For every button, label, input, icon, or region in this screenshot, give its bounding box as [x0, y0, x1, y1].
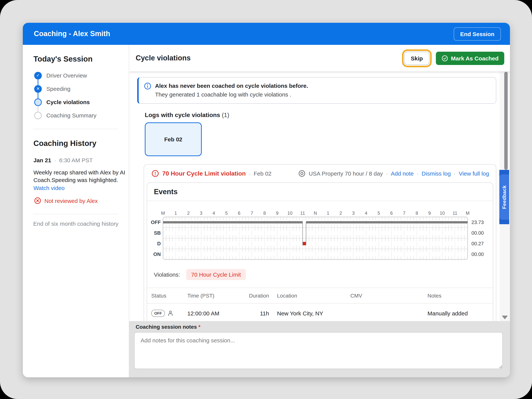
- violation-actions: USA Property 70 hour / 8 day ·Add note·D…: [298, 170, 489, 177]
- main-header: Cycle violations Skip Mark As Coached: [129, 45, 510, 71]
- svg-text:11: 11: [300, 210, 305, 216]
- sidebar-step-coaching-summary[interactable]: Coaching Summary: [23, 109, 129, 122]
- divider: [33, 214, 118, 214]
- ruleset-target-icon: [298, 170, 306, 177]
- person-icon: [167, 310, 174, 317]
- notes-label: Coaching session notes*: [136, 324, 510, 330]
- svg-text:3: 3: [352, 210, 355, 216]
- svg-text:5: 5: [225, 210, 228, 216]
- sidebar-step-cycle-violations[interactable]: Cycle violations: [23, 95, 129, 109]
- scrollbar-thumb[interactable]: [504, 72, 508, 170]
- violation-card: 70 Hour Cycle Limit violation · Feb 02 U…: [144, 164, 496, 321]
- alert-icon: [152, 170, 159, 177]
- svg-text:3: 3: [200, 210, 202, 216]
- step-failed-icon: ✕: [34, 85, 42, 93]
- not-reviewed-text: Not reviewed by Alex: [44, 197, 98, 204]
- content-scroll-area: Alex has never been coached on cycle vio…: [129, 71, 500, 321]
- svg-text:1: 1: [174, 210, 177, 216]
- logs-heading-text: Logs with cycle violations: [145, 112, 220, 118]
- banner-line1: Alex has never been coached on cycle vio…: [155, 81, 308, 90]
- step-label: Speeding: [46, 86, 70, 92]
- column-header-time-pst-: Time (PST): [187, 293, 242, 299]
- sidebar-step-speeding[interactable]: ✕Speeding: [23, 82, 129, 95]
- violation-date: Feb 02: [254, 170, 271, 177]
- info-icon: [144, 82, 151, 90]
- svg-text:9: 9: [276, 210, 279, 216]
- notes-label-text: Coaching session notes: [136, 324, 197, 330]
- step-connector: [38, 93, 38, 98]
- sidebar: Today's Session ✓Driver Overview✕Speedin…: [23, 45, 129, 377]
- app-header: Coaching - Alex Smith End Session: [23, 23, 510, 45]
- separator-dot: ·: [454, 170, 456, 177]
- step-label: Cycle violations: [46, 99, 90, 105]
- column-header-location: Location: [269, 293, 350, 299]
- screenshot-stage: Coaching - Alex Smith End Session Today'…: [0, 0, 532, 399]
- events-title: Events: [147, 183, 493, 201]
- svg-text:00.00: 00.00: [471, 251, 484, 257]
- svg-text:ON: ON: [153, 251, 161, 257]
- check-circle-icon: [441, 55, 448, 61]
- separator-dot: ·: [54, 157, 56, 163]
- add-note-link[interactable]: Add note: [391, 170, 414, 177]
- step-connector: [38, 106, 38, 112]
- events-table: StatusTime (PST)DurationLocationCMVNotes…: [147, 288, 493, 321]
- violation-title: 70 Hour Cycle Limit violation: [162, 170, 246, 177]
- svg-text:1: 1: [327, 210, 329, 216]
- svg-text:9: 9: [428, 210, 431, 216]
- main-panel: Cycle violations Skip Mark As Coached: [129, 45, 510, 377]
- svg-text:4: 4: [213, 210, 215, 216]
- mark-as-coached-button[interactable]: Mark As Coached: [436, 51, 504, 65]
- column-header-notes: Notes: [428, 293, 493, 299]
- info-banner: Alex has never been coached on cycle vio…: [137, 77, 496, 104]
- window-title: Coaching - Alex Smith: [34, 30, 454, 38]
- svg-text:6: 6: [390, 210, 393, 216]
- svg-text:7: 7: [251, 210, 253, 216]
- history-end-text: End of six month coaching history: [23, 220, 129, 227]
- svg-text:7: 7: [403, 210, 405, 216]
- events-table-header: StatusTime (PST)DurationLocationCMVNotes: [147, 288, 493, 304]
- logs-count: (1): [222, 112, 229, 118]
- status-pill: OFF: [151, 310, 165, 317]
- svg-text:10: 10: [287, 210, 293, 216]
- feedback-tab[interactable]: Feedback: [499, 170, 509, 224]
- svg-text:D: D: [157, 241, 161, 247]
- page-title: Cycle violations: [136, 54, 400, 62]
- svg-text:4: 4: [365, 210, 367, 216]
- svg-text:8: 8: [416, 210, 418, 216]
- column-header-duration: Duration: [242, 293, 269, 299]
- end-session-button[interactable]: End Session: [454, 27, 501, 40]
- svg-text:8: 8: [263, 210, 266, 216]
- log-date-card[interactable]: Feb 02: [145, 122, 202, 156]
- svg-text:SB: SB: [154, 230, 161, 236]
- svg-text:M: M: [466, 210, 469, 216]
- cell-status: OFF: [151, 309, 187, 317]
- coaching-notes-section: Coaching session notes*: [129, 321, 510, 377]
- step-label: Coaching Summary: [46, 112, 96, 119]
- svg-text:2: 2: [340, 210, 342, 216]
- coaching-notes-textarea[interactable]: [134, 332, 503, 369]
- required-asterisk: *: [198, 324, 200, 330]
- svg-text:00.00: 00.00: [471, 230, 484, 236]
- ruleset-label: USA Property 70 hour / 8 day: [309, 170, 383, 177]
- step-done-icon: ✓: [34, 72, 42, 79]
- mark-as-coached-label: Mark As Coached: [451, 55, 499, 61]
- history-entry-date: Jan 21 · 6:30 AM PST: [33, 157, 129, 163]
- scroll-down-arrow[interactable]: [502, 314, 508, 321]
- session-steps: ✓Driver Overview✕SpeedingCycle violation…: [23, 69, 129, 122]
- session-title: Today's Session: [33, 55, 129, 63]
- step-current-icon: [34, 98, 42, 106]
- dismiss-log-link[interactable]: Dismiss log: [422, 170, 451, 177]
- cell-location: New York City, NY: [269, 310, 350, 316]
- svg-text:11: 11: [453, 210, 457, 216]
- history-time: 6:30 AM PST: [59, 157, 93, 163]
- cell-duration: 11h: [242, 310, 269, 316]
- history-review-status: Not reviewed by Alex: [34, 197, 129, 204]
- violation-header: 70 Hour Cycle Limit violation · Feb 02 U…: [144, 165, 496, 182]
- banner-line2: They generated 1 coachable log with cycl…: [155, 90, 308, 99]
- view-full-log-link[interactable]: View full log: [459, 170, 489, 177]
- sidebar-step-driver-overview[interactable]: ✓Driver Overview: [23, 69, 129, 82]
- skip-button[interactable]: Skip: [404, 51, 429, 65]
- watch-video-link[interactable]: Watch video: [33, 184, 65, 192]
- svg-text:N: N: [314, 210, 317, 216]
- violations-row: Violations: 70 Hour Cycle Limit: [154, 269, 246, 280]
